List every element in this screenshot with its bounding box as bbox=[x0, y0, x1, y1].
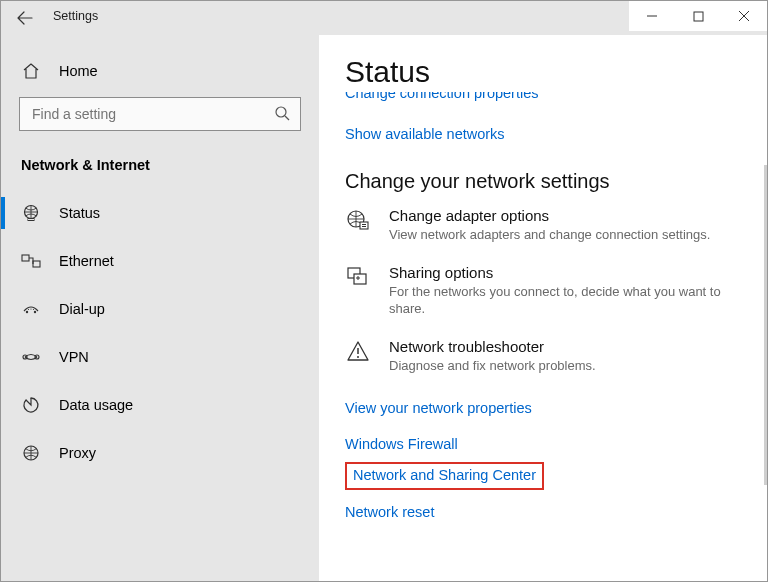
link-show-available-networks[interactable]: Show available networks bbox=[345, 126, 505, 142]
page-title: Status bbox=[345, 55, 741, 89]
sidebar-item-label: Dial-up bbox=[59, 301, 105, 317]
sharing-icon bbox=[345, 264, 371, 288]
sidebar-home[interactable]: Home bbox=[1, 49, 319, 93]
sidebar-item-label: Data usage bbox=[59, 397, 133, 413]
option-title: Change adapter options bbox=[389, 207, 741, 224]
sidebar-item-status[interactable]: Status bbox=[1, 189, 319, 237]
minimize-button[interactable] bbox=[629, 1, 675, 31]
svg-rect-17 bbox=[354, 274, 366, 284]
option-desc: For the networks you connect to, decide … bbox=[389, 283, 741, 318]
sidebar-item-label: Ethernet bbox=[59, 253, 114, 269]
svg-point-7 bbox=[34, 311, 36, 313]
content-pane: Status Change connection properties Show… bbox=[319, 35, 767, 581]
vpn-icon bbox=[21, 349, 41, 365]
link-view-network-properties[interactable]: View your network properties bbox=[345, 400, 532, 416]
sidebar-item-ethernet[interactable]: Ethernet bbox=[1, 237, 319, 285]
dialup-icon bbox=[21, 301, 41, 317]
change-settings-heading: Change your network settings bbox=[345, 170, 741, 193]
svg-point-1 bbox=[276, 107, 286, 117]
close-button[interactable] bbox=[721, 1, 767, 31]
scrollbar[interactable] bbox=[764, 165, 767, 485]
highlight-box: Network and Sharing Center bbox=[345, 462, 544, 490]
maximize-icon bbox=[693, 11, 704, 22]
titlebar: Settings bbox=[1, 1, 767, 35]
search-icon bbox=[274, 105, 290, 124]
ethernet-icon bbox=[21, 253, 41, 269]
arrow-left-icon bbox=[17, 10, 33, 26]
link-network-reset[interactable]: Network reset bbox=[345, 504, 434, 520]
maximize-button[interactable] bbox=[675, 1, 721, 31]
svg-point-6 bbox=[26, 311, 28, 313]
sidebar-item-dialup[interactable]: Dial-up bbox=[1, 285, 319, 333]
svg-point-8 bbox=[30, 308, 31, 309]
sidebar-item-label: Proxy bbox=[59, 445, 96, 461]
svg-rect-0 bbox=[694, 12, 703, 21]
adapter-icon bbox=[345, 207, 371, 231]
svg-point-18 bbox=[357, 356, 359, 358]
svg-rect-5 bbox=[33, 261, 40, 267]
search-input[interactable] bbox=[30, 105, 274, 123]
sidebar-item-label: Status bbox=[59, 205, 100, 221]
option-title: Network troubleshooter bbox=[389, 338, 741, 355]
sidebar-item-datausage[interactable]: Data usage bbox=[1, 381, 319, 429]
minimize-icon bbox=[646, 10, 658, 22]
window-title: Settings bbox=[49, 1, 629, 23]
proxy-icon bbox=[21, 444, 41, 462]
search-input-container[interactable] bbox=[19, 97, 301, 131]
option-desc: View network adapters and change connect… bbox=[389, 226, 741, 244]
link-network-sharing-center[interactable]: Network and Sharing Center bbox=[353, 467, 536, 483]
option-change-adapter[interactable]: Change adapter options View network adap… bbox=[345, 207, 741, 244]
sidebar: Home Network & Internet Status bbox=[1, 35, 319, 581]
option-title: Sharing options bbox=[389, 264, 741, 281]
option-desc: Diagnose and fix network problems. bbox=[389, 357, 741, 375]
datausage-icon bbox=[21, 396, 41, 414]
sidebar-home-label: Home bbox=[59, 63, 98, 79]
svg-rect-3 bbox=[28, 219, 34, 221]
link-windows-firewall[interactable]: Windows Firewall bbox=[345, 436, 458, 452]
status-icon bbox=[21, 204, 41, 222]
sidebar-item-vpn[interactable]: VPN bbox=[1, 333, 319, 381]
sidebar-item-proxy[interactable]: Proxy bbox=[1, 429, 319, 477]
back-button[interactable] bbox=[1, 1, 49, 35]
warning-icon bbox=[345, 338, 371, 362]
sidebar-item-label: VPN bbox=[59, 349, 89, 365]
svg-rect-4 bbox=[22, 255, 29, 261]
sidebar-section-title: Network & Internet bbox=[1, 143, 319, 189]
svg-rect-15 bbox=[360, 222, 368, 229]
option-sharing[interactable]: Sharing options For the networks you con… bbox=[345, 264, 741, 318]
link-change-connection-properties[interactable]: Change connection properties bbox=[345, 91, 538, 101]
svg-point-10 bbox=[33, 309, 34, 310]
home-icon bbox=[21, 62, 41, 80]
svg-point-9 bbox=[28, 309, 29, 310]
option-troubleshooter[interactable]: Network troubleshooter Diagnose and fix … bbox=[345, 338, 741, 375]
close-icon bbox=[738, 10, 750, 22]
